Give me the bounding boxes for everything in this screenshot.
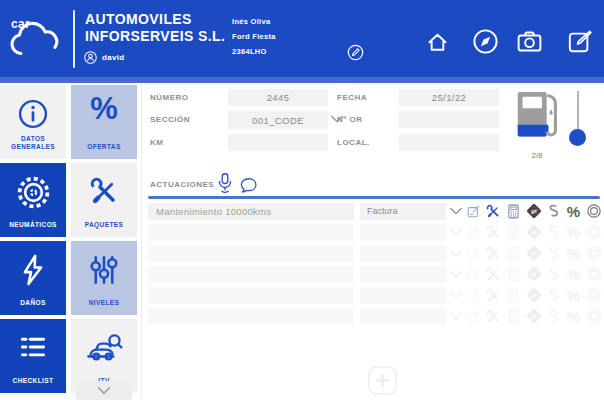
seccion-value: 001_CODE [252,115,304,126]
tools-icon[interactable] [484,223,503,241]
sidebar-item-datos-generales[interactable]: DATOS GENERALES [0,85,66,159]
sidebar-item-label: PAQUETES [71,221,137,229]
percent-icon[interactable]: % [564,223,583,241]
rings-icon[interactable] [584,286,603,304]
calculator-icon[interactable] [504,244,523,262]
numero-field[interactable] [228,89,328,106]
chevron-down-icon[interactable] [449,269,463,279]
chevron-down-icon[interactable] [449,290,463,300]
actuacion-description-field[interactable] [148,287,354,304]
microphone-icon[interactable] [216,172,234,195]
actuacion-row: gt % [148,245,601,262]
actuacion-description-field[interactable]: Mantenimiento 10000kms [148,203,354,220]
header-divider [73,10,75,68]
seccion-select[interactable]: 001_CODE [228,111,328,129]
hose-icon[interactable] [544,202,563,220]
rings-icon[interactable] [584,265,603,283]
chevron-down-icon[interactable] [449,227,463,237]
compose-icon[interactable] [565,27,594,56]
rings-icon[interactable] [584,244,603,262]
calculator-icon[interactable] [504,223,523,241]
gt-badge-icon[interactable]: gt [524,286,543,304]
actuacion-doc-type-select[interactable] [360,266,446,283]
chevron-down-icon[interactable] [449,248,463,258]
actuacion-doc-type-select[interactable] [360,224,446,241]
workshop-app: car AUTOMOVILES INFORSERVEIS S.L. david … [0,0,604,400]
gt-badge-icon[interactable]: gt [524,307,543,325]
fuel-level-value: 2/8 [516,151,558,160]
gt-badge-icon[interactable]: gt [524,244,543,262]
actuacion-doc-type-select[interactable] [360,245,446,262]
hose-icon[interactable] [544,223,563,241]
car-inspection-icon [71,330,137,367]
speech-bubble-icon[interactable] [238,176,259,195]
actuacion-row: Mantenimiento 10000kms Factura gt % [148,203,601,220]
fecha-field[interactable] [399,89,499,106]
compass-icon[interactable] [471,27,500,56]
edit-icon[interactable] [464,307,483,325]
tools-icon[interactable] [484,244,503,262]
edit-icon[interactable] [464,244,483,262]
actuacion-description-field[interactable] [148,224,354,241]
chevron-down-icon[interactable] [449,311,463,321]
pencil-circle-icon[interactable] [347,44,364,61]
calculator-icon[interactable] [504,286,523,304]
actuacion-doc-type-select[interactable] [360,287,446,304]
tools-icon[interactable] [484,202,503,220]
hose-icon[interactable] [544,265,563,283]
gt-badge-icon[interactable]: gt [524,202,543,220]
actuacion-doc-type-select[interactable]: Factura [360,203,446,220]
sidebar-item-ofertas[interactable]: % OFERTAS [71,85,137,159]
sidebar-item-niveles[interactable]: NIVELES [71,241,137,315]
gt-badge-icon[interactable]: gt [524,265,543,283]
actuacion-description-field[interactable] [148,308,354,325]
calculator-icon[interactable] [504,202,523,220]
actuacion-description-field[interactable] [148,245,354,262]
percent-icon[interactable]: % [564,244,583,262]
percent-icon[interactable]: % [564,202,583,220]
sidebar-item-checklist[interactable]: CHECKLIST [0,319,66,393]
tools-icon[interactable] [484,265,503,283]
tools-icon[interactable] [484,286,503,304]
customer-name: Inés Oliva [232,14,276,29]
tools-icon[interactable] [484,307,503,325]
percent-icon[interactable]: % [564,286,583,304]
camera-icon[interactable] [514,27,545,56]
edit-icon[interactable] [464,202,483,220]
info-icon [0,96,66,132]
percent-icon[interactable]: % [564,265,583,283]
sidebar-item-danos[interactable]: DAÑOS [0,241,66,315]
nor-field[interactable] [399,111,499,128]
sidebar-item-paquetes[interactable]: PAQUETES [71,163,137,237]
actuacion-doc-type-select[interactable] [360,308,446,325]
nor-label: Nº OR [337,114,362,126]
level-slider-knob[interactable] [569,129,586,146]
calculator-icon[interactable] [504,307,523,325]
edit-icon[interactable] [464,265,483,283]
edit-icon[interactable] [464,286,483,304]
sidebar-item-neumaticos[interactable]: NEUMÁTICOS [0,163,66,237]
gt-badge-icon[interactable]: gt [524,223,543,241]
fuel-pump-icon[interactable] [516,90,562,148]
current-user[interactable]: david [84,51,124,64]
rings-icon[interactable] [584,202,603,220]
sidebar-expander[interactable] [76,381,132,400]
actuacion-description-field[interactable] [148,266,354,283]
rings-icon[interactable] [584,307,603,325]
km-field[interactable] [228,134,328,151]
hose-icon[interactable] [544,286,563,304]
add-row-button[interactable] [368,366,397,395]
calculator-icon[interactable] [504,265,523,283]
hose-icon[interactable] [544,244,563,262]
percent-icon[interactable]: % [564,307,583,325]
rings-icon[interactable] [584,223,603,241]
company-name-line2: INFORSERVEIS S.L. [85,28,225,45]
hose-icon[interactable] [544,307,563,325]
chevron-down-icon[interactable] [449,206,463,216]
home-icon[interactable] [424,28,451,55]
local-field[interactable] [399,134,499,151]
logo-text: car [11,17,30,31]
header-accent-band [0,77,604,83]
actuacion-row-actions: gt % [464,265,603,283]
edit-icon[interactable] [464,223,483,241]
